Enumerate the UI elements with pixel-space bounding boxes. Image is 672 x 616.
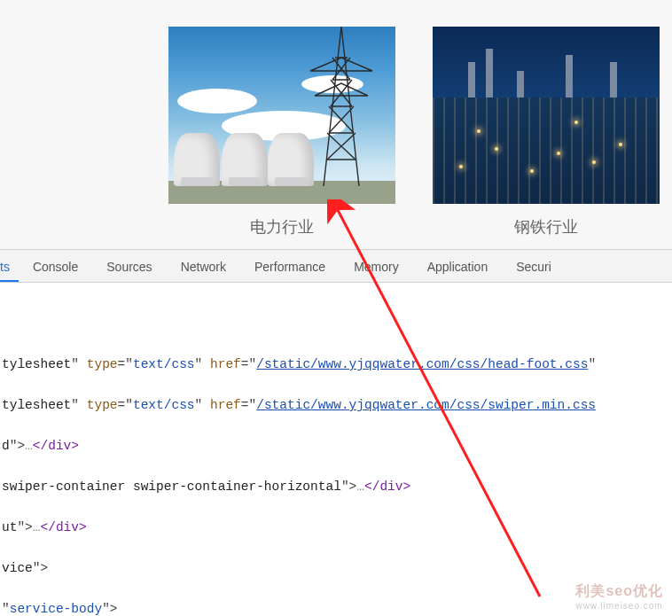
elements-panel-source[interactable]: tylesheet" type="text/css" href="/static…	[0, 283, 672, 616]
service-card-steel[interactable]: 钢铁行业	[433, 27, 660, 238]
service-thumb-steel	[433, 27, 660, 204]
code-line: swiper-container swiper-container-horizo…	[0, 477, 672, 497]
tab-network[interactable]: Network	[167, 251, 240, 282]
service-caption: 电力行业	[250, 216, 314, 238]
tab-security[interactable]: Securi	[502, 251, 566, 282]
tab-performance[interactable]: Performance	[240, 251, 340, 282]
tab-memory[interactable]: Memory	[340, 251, 413, 282]
code-line: tylesheet" type="text/css" href="/static…	[0, 355, 672, 375]
code-line: tylesheet" type="text/css" href="/static…	[0, 395, 672, 416]
devtools-tab-bar: ts Console Sources Network Performance M…	[0, 249, 672, 283]
tab-sources[interactable]: Sources	[92, 251, 166, 282]
service-thumb-power	[168, 27, 395, 204]
tab-elements[interactable]: ts	[0, 251, 19, 282]
service-cards: 电力行业	[168, 27, 660, 238]
webpage-viewport: 电力行业	[0, 0, 672, 249]
watermark: 利美seo优化 www.limeiseo.com	[575, 582, 663, 611]
service-caption: 钢铁行业	[514, 216, 578, 238]
service-card-power[interactable]: 电力行业	[168, 27, 395, 238]
code-line: "service-body">	[0, 599, 672, 616]
tab-console[interactable]: Console	[19, 251, 92, 282]
code-line: ut">…</div>	[0, 518, 672, 538]
code-line: vice">	[0, 558, 672, 579]
tab-application[interactable]: Application	[413, 251, 503, 282]
code-line: d">…</div>	[0, 436, 672, 456]
